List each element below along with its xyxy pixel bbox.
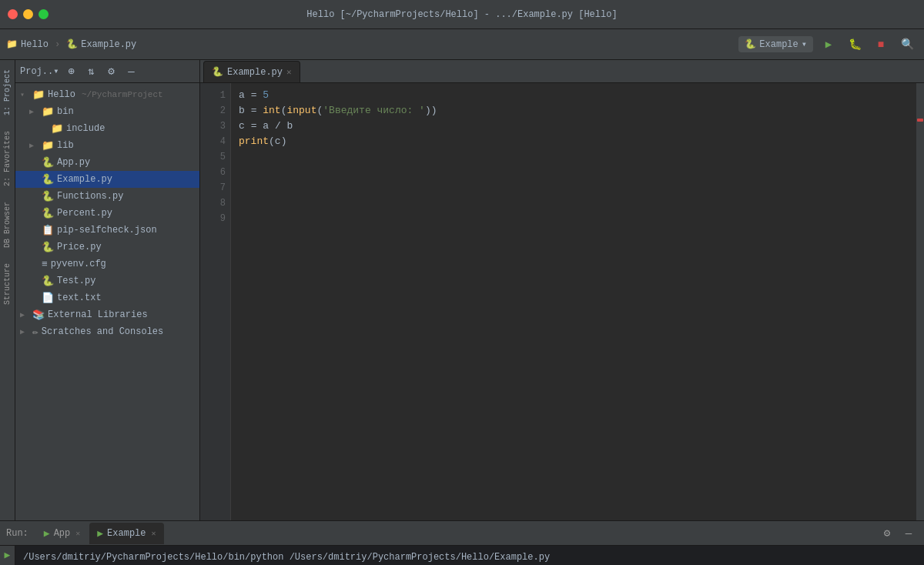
tree-label: Test.py [57, 276, 95, 286]
window-title: Hello [~/PycharmProjects/Hello] - .../Ex… [306, 9, 617, 20]
run-button[interactable]: ▶ [818, 34, 839, 55]
folder-icon: 📁 [32, 89, 45, 101]
breadcrumb-hello[interactable]: 📁 Hello [6, 38, 49, 50]
tab-app-close-btn[interactable]: ✕ [75, 529, 80, 538]
python-file-icon: 🐍 [42, 173, 54, 186]
file-icon: 🐍 [66, 38, 78, 50]
tree-label: pip-selfcheck.json [57, 225, 157, 236]
tree-item-external-libs[interactable]: ▶ 📚 External Libraries [15, 306, 199, 323]
folder-icon: 📁 [42, 105, 54, 118]
code-line-8 [239, 196, 909, 211]
sidebar-item-db-browser[interactable]: DB Browser [2, 196, 13, 254]
maximize-window-btn[interactable] [38, 9, 49, 19]
sidebar-item-favorites[interactable]: 2: Favorites [2, 125, 13, 192]
run-icon: ▶ [44, 527, 50, 540]
line-num-8: 8 [200, 196, 226, 211]
python-file-icon: 🐍 [42, 275, 54, 287]
breadcrumb-separator: › [55, 39, 60, 50]
tab-app-run[interactable]: ▶ App ✕ [36, 523, 88, 544]
run-config-icon: 🐍 [745, 38, 756, 50]
code-line-2: b = int(input('Введите число: ')) [239, 103, 909, 119]
expand-arrow-icon: ▶ [29, 107, 38, 116]
line-num-7: 7 [200, 180, 226, 196]
line-num-5: 5 [200, 149, 226, 165]
sync-btn[interactable]: ⇅ [83, 64, 99, 79]
close-window-btn[interactable] [8, 9, 18, 19]
sidebar-item-structure[interactable]: Structure [2, 257, 13, 311]
tab-close-btn[interactable]: ✕ [286, 67, 292, 77]
folder-icon: 📁 [51, 122, 63, 135]
tree-item-hello-root[interactable]: ▾ 📁 Hello ~/PycharmProject [15, 86, 199, 103]
cfg-file-icon: ≡ [42, 259, 48, 270]
play-btn[interactable]: ▶ [2, 549, 14, 561]
project-title-label: Proj..▾ [20, 65, 59, 77]
tree-item-app-py[interactable]: 🐍 App.py [15, 154, 199, 171]
breadcrumb-file-label: Example.py [81, 39, 136, 50]
tree-item-text-txt[interactable]: 📄 text.txt [15, 289, 199, 306]
tab-example-close-btn[interactable]: ✕ [152, 529, 156, 538]
bottom-tabs-bar: Run: ▶ App ✕ ▶ Example ✕ ⚙ — [0, 521, 924, 546]
debug-button[interactable]: 🐛 [844, 34, 865, 55]
minimize-panel-btn[interactable]: — [899, 524, 918, 543]
sidebar-item-project[interactable]: 1: Project [2, 63, 13, 122]
tree-item-pyvenv-cfg[interactable]: ≡ pyvenv.cfg [15, 256, 199, 272]
tree-item-lib[interactable]: ▶ 📁 lib [15, 137, 199, 154]
code-line-7 [239, 180, 909, 196]
run-icon: ▶ [97, 527, 103, 540]
settings-btn[interactable]: ⚙ [103, 64, 119, 79]
bottom-left-bar: ▶ ↑ ■ ↓ ⏸ ⇄ ⤓ 🖨 🗑 [0, 546, 15, 565]
python-file-icon: 🐍 [42, 241, 54, 253]
tab-example-py[interactable]: 🐍 Example.py ✕ [203, 61, 300, 82]
collapse-btn[interactable]: — [123, 64, 139, 79]
scratch-icon: ✏️ [32, 326, 38, 338]
expand-arrow-icon: ▾ [20, 90, 29, 99]
tree-label: text.txt [57, 293, 102, 303]
tree-label: Functions.py [57, 191, 123, 202]
code-content[interactable]: a = 5 b = int(input('Введите число: ')) … [231, 83, 916, 520]
tree-item-functions-py[interactable]: 🐍 Functions.py [15, 188, 199, 205]
python-file-icon: 🐍 [212, 66, 223, 78]
project-toolbar: Proj..▾ ⊕ ⇅ ⚙ — [15, 60, 199, 83]
project-tree: ▾ 📁 Hello ~/PycharmProject ▶ 📁 bin 📁 inc… [15, 83, 199, 520]
line-num-1: 1 [200, 88, 226, 103]
tree-label: Price.py [57, 242, 102, 252]
breadcrumb-file[interactable]: 🐍 Example.py [66, 38, 136, 50]
line-num-6: 6 [200, 165, 226, 180]
window-controls[interactable] [8, 9, 49, 19]
python-file-icon: 🐍 [42, 207, 54, 219]
run-config-label: Example [759, 39, 798, 50]
minimize-window-btn[interactable] [23, 9, 33, 19]
code-line-6 [239, 165, 909, 180]
tree-label: include [66, 123, 105, 134]
add-content-btn[interactable]: ⊕ [63, 64, 79, 79]
code-editor[interactable]: 1 2 3 4 5 6 7 8 9 a = 5 b = int(input('В… [200, 83, 924, 520]
settings-btn[interactable]: ⚙ [878, 524, 896, 543]
tree-path: ~/PycharmProject [82, 90, 163, 99]
breadcrumb-hello-label: Hello [21, 39, 49, 50]
tree-item-scratches[interactable]: ▶ ✏️ Scratches and Consoles [15, 323, 199, 340]
search-button[interactable]: 🔍 [896, 34, 918, 55]
left-sidebar: 1: Project 2: Favorites DB Browser Struc… [0, 60, 15, 520]
expand-arrow-icon: ▶ [20, 327, 29, 336]
tree-item-bin[interactable]: ▶ 📁 bin [15, 103, 199, 120]
json-file-icon: 📋 [42, 224, 54, 236]
code-line-3: c = a / b [239, 119, 909, 134]
tree-item-test-py[interactable]: 🐍 Test.py [15, 272, 199, 289]
tree-item-include[interactable]: 📁 include [15, 120, 199, 137]
stop-button[interactable]: ■ [870, 34, 892, 55]
tab-example-run[interactable]: ▶ Example ✕ [89, 523, 163, 544]
tree-item-pip-json[interactable]: 📋 pip-selfcheck.json [15, 222, 199, 239]
right-gutter [916, 83, 924, 520]
tree-label: pyvenv.cfg [51, 259, 106, 269]
tree-item-example-py[interactable]: 🐍 Example.py [15, 171, 199, 188]
line-num-2: 2 [200, 103, 226, 119]
output-line-1: /Users/dmitriy/PycharmProjects/Hello/bin… [23, 550, 916, 564]
tree-item-percent-py[interactable]: 🐍 Percent.py [15, 205, 199, 222]
tree-label: Scratches and Consoles [42, 326, 163, 337]
expand-arrow-icon: ▶ [20, 310, 29, 319]
run-label: Run: [6, 528, 28, 539]
run-config-dropdown[interactable]: 🐍 Example ▾ [738, 36, 813, 52]
chevron-down-icon: ▾ [802, 38, 807, 50]
line-numbers: 1 2 3 4 5 6 7 8 9 [200, 83, 231, 520]
tree-item-price-py[interactable]: 🐍 Price.py [15, 239, 199, 256]
